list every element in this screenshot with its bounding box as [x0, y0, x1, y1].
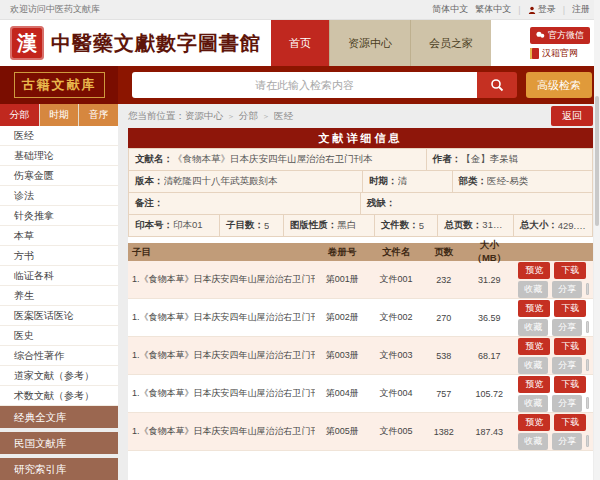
login-link[interactable]: 登录 — [528, 3, 556, 16]
download-button[interactable]: 下载 — [554, 338, 586, 355]
scrollbar-thumb[interactable] — [595, 96, 599, 226]
library-link-republic[interactable]: 民国文献库 — [0, 432, 118, 454]
share-button[interactable]: 分享 — [552, 319, 582, 336]
row-volume: 第003册 — [315, 349, 369, 362]
total-size-label: 总大小： — [520, 219, 558, 232]
doc-name-value: 《食物本草》日本庆安四年山屋治治右卫门刊本 — [173, 153, 373, 166]
row-title: 1.《食物本草》日本庆安四年山屋治治右卫门刊本 — [128, 387, 315, 400]
row-pages: 538 — [423, 351, 464, 361]
sidebar-item-diagnosis[interactable]: 诊法 — [0, 186, 118, 206]
favorite-button[interactable]: 收藏 — [518, 395, 548, 412]
sidebar-tab-period[interactable]: 时期 — [40, 104, 79, 126]
download-button[interactable]: 下载 — [554, 414, 586, 431]
header-subitem: 子目 — [128, 246, 315, 259]
row-pages: 1382 — [423, 427, 464, 437]
nav-tab-members[interactable]: 会员之家 — [410, 20, 491, 66]
share-button[interactable]: 分享 — [552, 433, 582, 450]
damage-label: 残缺： — [367, 197, 396, 210]
sidebar-item-daoist-ref[interactable]: 道家文献（参考） — [0, 366, 118, 386]
register-link[interactable]: 注册 — [572, 3, 590, 16]
breadcrumb-resources[interactable]: 资源中心 — [185, 110, 223, 123]
favorite-button[interactable]: 收藏 — [518, 281, 548, 298]
back-button[interactable]: 返回 — [551, 106, 593, 126]
total-pages-label: 总页数： — [444, 219, 482, 232]
row-title: 1.《食物本草》日本庆安四年山屋治治右卫门刊本 — [128, 349, 315, 362]
library-link-research-index[interactable]: 研究索引库 — [0, 458, 118, 480]
advanced-search-button[interactable]: 高级检索 — [526, 72, 592, 98]
total-pages-value: 3159 页 — [482, 219, 506, 232]
sidebar-item-basic-theory[interactable]: 基础理论 — [0, 146, 118, 166]
sidebar-item-acupuncture[interactable]: 针灸推拿 — [0, 206, 118, 226]
edition-value: 清乾隆四十八年武英殿刻本 — [164, 175, 278, 188]
share-button[interactable]: 分享 — [552, 281, 582, 298]
detail-panel: 文献详细信息 文献名： 《食物本草》日本庆安四年山屋治治右卫门刊本 作者： 【金… — [128, 128, 593, 480]
share-button[interactable]: 分享 — [552, 357, 582, 374]
row-filename: 文件003 — [369, 349, 423, 362]
row-select-checkbox[interactable] — [586, 359, 589, 371]
nav-tab-resources[interactable]: 资源中心 — [329, 20, 410, 66]
sidebar-item-medical-cases[interactable]: 医案医话医论 — [0, 306, 118, 326]
damage-cell: 残缺： — [361, 193, 592, 214]
row-title: 1.《食物本草》日本庆安四年山屋治治右卫门刊本 — [128, 273, 315, 286]
library-link-classics[interactable]: 经典全文库 — [0, 406, 118, 428]
plate-type-value: 黑白 — [337, 219, 356, 232]
row-select-checkbox[interactable] — [586, 283, 589, 295]
favorite-button[interactable]: 收藏 — [518, 357, 548, 374]
sidebar-item-yangsheng[interactable]: 养生 — [0, 286, 118, 306]
sidebar-tab-division[interactable]: 分部 — [0, 104, 39, 126]
total-pages-cell: 总页数： 3159 页 — [438, 215, 513, 236]
page-scrollbar[interactable] — [594, 0, 600, 480]
doc-name-cell: 文献名： 《食物本草》日本庆安四年山屋治治右卫门刊本 — [129, 149, 427, 170]
sidebar-item-fangshu[interactable]: 方书 — [0, 246, 118, 266]
book-icon — [530, 48, 539, 59]
download-button[interactable]: 下载 — [554, 300, 586, 317]
nav-tab-home[interactable]: 首页 — [271, 20, 329, 66]
preview-button[interactable]: 预览 — [518, 414, 550, 431]
download-button[interactable]: 下载 — [554, 262, 586, 279]
site-logo[interactable]: 漢 中醫藥文獻數字圖書館 — [10, 20, 261, 66]
welcome-text: 欢迎访问中医药文献库 — [10, 3, 100, 16]
download-button[interactable]: 下载 — [554, 376, 586, 393]
search-input[interactable] — [132, 72, 477, 98]
lang-traditional-link[interactable]: 繁体中文 — [475, 3, 511, 16]
row-select-checkbox[interactable] — [586, 397, 589, 409]
file-count-value: 5 — [419, 220, 424, 231]
sidebar-item-shanghan[interactable]: 伤寒金匮 — [0, 166, 118, 186]
sidebar-item-yijing[interactable]: 医经 — [0, 126, 118, 146]
row-filename: 文件004 — [369, 387, 423, 400]
breadcrumb-prefix: 您当前位置： — [128, 110, 185, 123]
info-row: 版本： 清乾隆四十八年武英殿刻本 时期： 清 部类： 医经-易类 — [129, 171, 592, 193]
sidebar-category-menu: 医经 基础理论 伤寒金匮 诊法 针灸推拿 本草 方书 临证各科 养生 医案医话医… — [0, 126, 118, 406]
row-filename: 文件002 — [369, 311, 423, 324]
sidebar-tab-phonetic[interactable]: 音序 — [79, 104, 118, 126]
library-title-box: 古籍文献库 — [0, 66, 118, 104]
row-select-checkbox[interactable] — [586, 435, 589, 447]
favorite-button[interactable]: 收藏 — [518, 433, 548, 450]
note-cell: 备注： — [129, 193, 361, 214]
share-button[interactable]: 分享 — [552, 395, 582, 412]
favorite-button[interactable]: 收藏 — [518, 319, 548, 336]
seal-logo-icon: 漢 — [10, 26, 44, 60]
sidebar-item-medical-history[interactable]: 医史 — [0, 326, 118, 346]
breadcrumb-current: 医经 — [274, 110, 293, 123]
sidebar-item-clinical[interactable]: 临证各科 — [0, 266, 118, 286]
preview-button[interactable]: 预览 — [518, 300, 550, 317]
preview-button[interactable]: 预览 — [518, 376, 550, 393]
official-site-link[interactable]: 汉籍官网 — [530, 47, 578, 60]
table-row: 1.《食物本草》日本庆安四年山屋治治右卫门刊本 第002册 文件002 270 … — [128, 299, 593, 337]
row-volume: 第001册 — [315, 273, 369, 286]
sidebar-item-comprehensive[interactable]: 综合性著作 — [0, 346, 118, 366]
sidebar-item-numerology-ref[interactable]: 术数文献（参考） — [0, 386, 118, 406]
row-actions: 预览 下载 收藏 分享 — [514, 298, 593, 338]
preview-button[interactable]: 预览 — [518, 338, 550, 355]
breadcrumb-division[interactable]: 分部 — [239, 110, 258, 123]
sidebar-item-bencao[interactable]: 本草 — [0, 226, 118, 246]
search-button[interactable] — [477, 72, 517, 98]
row-title: 1.《食物本草》日本庆安四年山屋治治右卫门刊本 — [128, 425, 315, 438]
row-select-checkbox[interactable] — [586, 321, 589, 333]
official-site-label: 汉籍官网 — [542, 47, 578, 60]
preview-button[interactable]: 预览 — [518, 262, 550, 279]
wechat-button[interactable]: 官方微信 — [530, 27, 590, 44]
lang-simplified-link[interactable]: 简体中文 — [432, 3, 468, 16]
row-size: 105.72 — [464, 389, 514, 399]
